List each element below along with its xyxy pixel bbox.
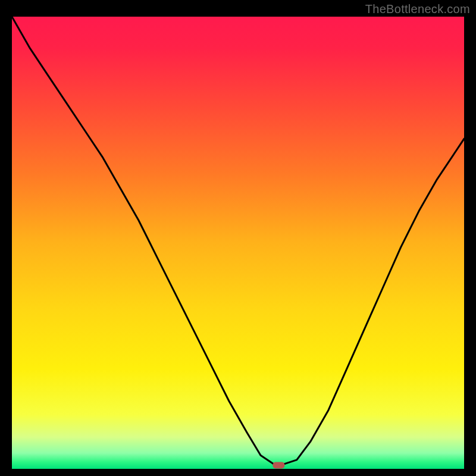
watermark-text: TheBottleneck.com: [365, 2, 470, 16]
plot-area: [12, 17, 464, 469]
sweet-spot-marker: [273, 462, 284, 468]
chart-frame: TheBottleneck.com: [0, 0, 476, 476]
bottleneck-chart: [12, 17, 464, 469]
gradient-background: [12, 17, 464, 469]
